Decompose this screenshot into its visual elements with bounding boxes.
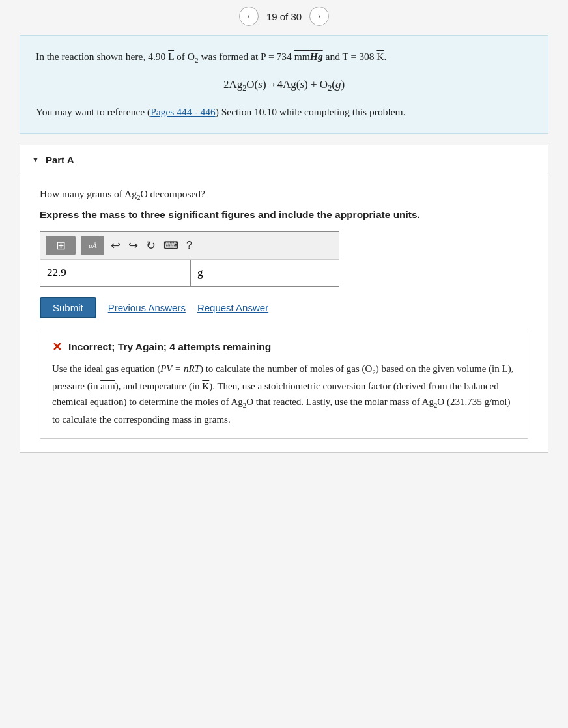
unit-input[interactable]	[191, 260, 341, 286]
redo-button[interactable]: ↪	[127, 238, 139, 253]
previous-answers-link[interactable]: Previous Answers	[108, 302, 186, 313]
reference-text: You may want to reference (Pages 444 - 4…	[36, 104, 532, 120]
unit-K: K	[202, 381, 209, 391]
prev-icon: ‹	[248, 11, 251, 21]
next-button[interactable]: ›	[309, 7, 329, 26]
feedback-box: ✕ Incorrect; Try Again; 4 attempts remai…	[40, 329, 528, 439]
part-a-label: Part A	[46, 154, 74, 165]
keyboard-button[interactable]: ⌨	[162, 238, 180, 252]
reference-link[interactable]: Pages 444 - 446	[150, 106, 215, 117]
problem-intro: In the reaction shown here, 4.90 L of O2…	[36, 49, 532, 66]
grid-mode-button[interactable]: ⊞	[46, 236, 76, 255]
request-answer-link[interactable]: Request Answer	[197, 302, 268, 313]
input-fields	[40, 260, 339, 286]
part-a-section: ▼ Part A How many grams of Ag2O decompos…	[20, 145, 548, 453]
grid-icon: ⊞	[56, 238, 66, 253]
undo-button[interactable]: ↩	[109, 238, 122, 253]
collapse-arrow-icon: ▼	[32, 156, 39, 163]
question-text: How many grams of Ag2O decomposed?	[40, 188, 528, 201]
part-a-header[interactable]: ▼ Part A	[20, 145, 548, 175]
feedback-title: Incorrect; Try Again; 4 attempts remaini…	[68, 341, 271, 353]
equation-pv: PV = nRT	[160, 363, 200, 374]
input-toolbar: ⊞ µÅ ↩ ↪ ↻ ⌨ ?	[40, 232, 339, 260]
question-instruction: Express the mass to three significant fi…	[40, 209, 528, 221]
help-icon: ?	[186, 240, 192, 251]
problem-box: In the reaction shown here, 4.90 L of O2…	[20, 35, 548, 134]
submit-button[interactable]: Submit	[40, 297, 96, 318]
navigation-bar: ‹ 19 of 30 ›	[0, 0, 568, 35]
feedback-header: ✕ Incorrect; Try Again; 4 attempts remai…	[52, 340, 516, 354]
submit-row: Submit Previous Answers Request Answer	[40, 297, 528, 318]
question-area: How many grams of Ag2O decomposed? Expre…	[20, 175, 548, 452]
next-icon: ›	[318, 11, 321, 21]
answer-input-container: ⊞ µÅ ↩ ↪ ↻ ⌨ ?	[40, 231, 339, 287]
unit-atm: atm	[100, 381, 115, 391]
refresh-button[interactable]: ↻	[145, 238, 157, 253]
incorrect-icon: ✕	[52, 340, 62, 354]
feedback-body: Use the ideal gas equation (PV = nRT) to…	[52, 361, 516, 428]
value-input[interactable]	[40, 260, 191, 286]
prev-button[interactable]: ‹	[239, 7, 259, 26]
page-label: 19 of 30	[266, 11, 302, 22]
text-mode-button[interactable]: µÅ	[81, 236, 104, 255]
undo-icon: ↩	[111, 239, 121, 252]
help-button[interactable]: ?	[185, 238, 193, 252]
redo-icon: ↪	[128, 239, 138, 252]
keyboard-icon: ⌨	[163, 240, 178, 251]
refresh-icon: ↻	[146, 239, 156, 252]
text-mode-icon: µÅ	[88, 242, 96, 249]
unit-L: L	[502, 363, 508, 374]
chemical-equation: 2Ag2O(s)→4Ag(s) + O2(g)	[36, 76, 532, 95]
